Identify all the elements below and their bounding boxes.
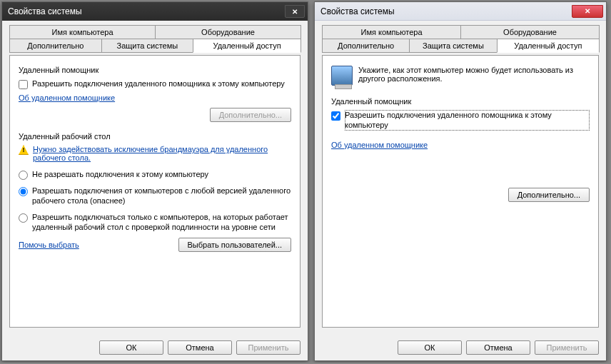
- system-properties-window-right: Свойства системы ✕ Имя компьютера Оборуд…: [314, 1, 607, 361]
- tab-system-protection[interactable]: Защита системы: [409, 39, 497, 53]
- cancel-button[interactable]: Отмена: [466, 340, 530, 355]
- group-label: Удаленный помощник: [19, 66, 99, 74]
- tab-panel-remote: Укажите, как этот компьютер можно будет …: [322, 55, 599, 328]
- group-label: Удаленный рабочий стол: [19, 132, 111, 141]
- group-remote-desktop: Удаленный рабочий стол ! Нужно задейство…: [19, 129, 291, 252]
- advanced-button[interactable]: Дополнительно...: [508, 188, 590, 202]
- group-remote-assistance: Удаленный помощник Разрешить подключения…: [331, 94, 590, 202]
- warning-icon: !: [19, 145, 29, 155]
- tab-remote[interactable]: Удаленный доступ: [193, 39, 301, 53]
- dialog-buttons: ОК Отмена Применить: [315, 335, 606, 360]
- info-text: Укажите, как этот компьютер можно будет …: [358, 66, 590, 83]
- allow-remote-assistance-label: Разрешить подключения удаленного помощни…: [345, 110, 590, 131]
- rdp-radio-deny[interactable]: [19, 171, 28, 180]
- allow-remote-assistance-label: Разрешить подключения удаленного помощни…: [32, 79, 291, 89]
- tab-remote[interactable]: Удаленный доступ: [497, 39, 600, 53]
- tab-strip: Имя компьютера Оборудование Дополнительн…: [9, 25, 301, 52]
- cancel-button[interactable]: Отмена: [168, 340, 232, 355]
- info-row: Укажите, как этот компьютер можно будет …: [331, 66, 590, 86]
- rdp-radio-deny-label: Не разрешать подключения к этому компьют…: [32, 169, 291, 179]
- ok-button[interactable]: ОК: [398, 340, 462, 355]
- group-remote-assistance: Удаленный помощник Разрешить подключения…: [19, 63, 291, 122]
- window-title: Свойства системы: [320, 6, 572, 16]
- apply-button[interactable]: Применить: [236, 340, 301, 355]
- allow-remote-assistance-checkbox[interactable]: [19, 80, 28, 89]
- close-icon[interactable]: ✕: [285, 5, 305, 18]
- rdp-radio-nla-label: Разрешить подключаться только с компьюте…: [32, 212, 291, 233]
- tab-computer-name[interactable]: Имя компьютера: [322, 25, 461, 39]
- tab-advanced[interactable]: Дополнительно: [322, 39, 410, 53]
- ok-button[interactable]: ОК: [99, 340, 163, 355]
- tab-advanced[interactable]: Дополнительно: [9, 39, 102, 53]
- help-choose-link[interactable]: Помочь выбрать: [19, 241, 79, 249]
- allow-remote-assistance-checkbox[interactable]: [331, 111, 340, 121]
- tab-hardware[interactable]: Оборудование: [155, 25, 301, 39]
- firewall-warning-link[interactable]: Нужно задействовать исключение брандмауэ…: [33, 145, 291, 162]
- rdp-radio-any[interactable]: [19, 187, 28, 196]
- group-label: Удаленный помощник: [331, 97, 411, 106]
- titlebar[interactable]: Свойства системы ✕: [2, 2, 308, 21]
- about-remote-assistance-link[interactable]: Об удаленном помощнике: [331, 141, 428, 149]
- tab-computer-name[interactable]: Имя компьютера: [9, 25, 156, 39]
- titlebar[interactable]: Свойства системы ✕: [315, 2, 606, 21]
- computer-icon: [331, 66, 353, 86]
- close-icon[interactable]: ✕: [572, 5, 603, 18]
- tab-panel-remote: Удаленный помощник Разрешить подключения…: [9, 55, 301, 328]
- tab-hardware[interactable]: Оборудование: [460, 25, 600, 39]
- dialog-buttons: ОК Отмена Применить: [2, 335, 308, 360]
- about-remote-assistance-link[interactable]: Об удаленном помощнике: [19, 93, 115, 102]
- apply-button[interactable]: Применить: [535, 340, 599, 355]
- select-users-button[interactable]: Выбрать пользователей...: [178, 238, 292, 252]
- system-properties-window-left: Свойства системы ✕ Имя компьютера Оборуд…: [1, 1, 308, 361]
- tab-strip: Имя компьютера Оборудование Дополнительн…: [322, 25, 599, 52]
- tab-system-protection[interactable]: Защита системы: [101, 39, 194, 53]
- advanced-button[interactable]: Дополнительно...: [210, 108, 291, 122]
- rdp-radio-nla[interactable]: [19, 213, 28, 223]
- rdp-radio-any-label: Разрешать подключения от компьютеров с л…: [32, 186, 291, 206]
- window-title: Свойства системы: [8, 6, 285, 16]
